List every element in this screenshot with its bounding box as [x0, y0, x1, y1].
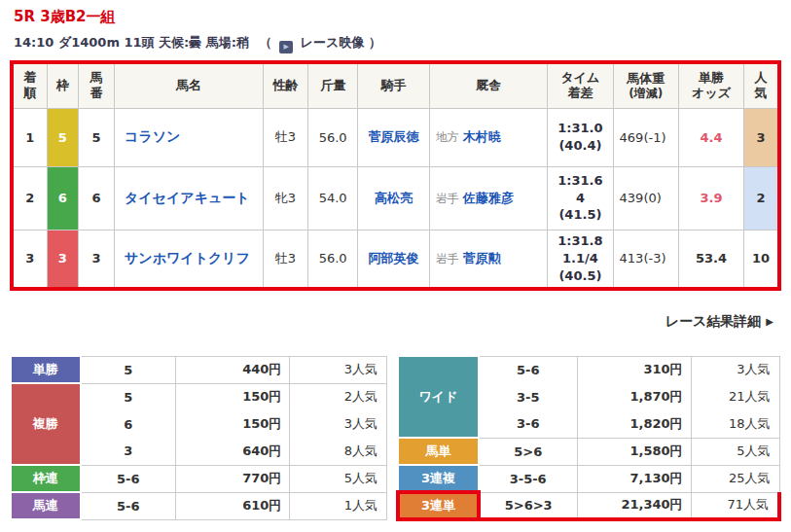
payout-type-exacta: 馬単: [398, 438, 479, 465]
payout-type-win: 単勝: [11, 356, 81, 383]
payout-amount: 610円: [175, 492, 290, 519]
race-video-link[interactable]: レース映像: [301, 35, 365, 50]
popularity: 2: [744, 166, 779, 230]
race-results-table: 着順 枠 馬番 馬名 性齢 斤量 騎手 厩舎 タイム着差 馬体重(増減) 単勝オ…: [10, 60, 781, 291]
payout-amount: 1,820円: [577, 410, 691, 438]
payout-popularity: 5人気: [290, 465, 387, 492]
col-horse-name: 馬名: [115, 62, 264, 108]
popularity: 10: [744, 230, 779, 289]
payout-amount: 640円: [175, 438, 290, 465]
payout-row-trifecta-highlighted: 3連単 5>6>3 21,340円 71人気: [398, 492, 779, 519]
col-popularity: 人気: [744, 62, 779, 108]
jockey-cell: 高松亮: [358, 166, 429, 230]
payout-combination: 5-6: [81, 492, 176, 519]
trainer-link[interactable]: 菅原勲: [463, 251, 501, 266]
horse-name-cell: タイセイアキュート: [115, 166, 264, 230]
jockey-cell: 阿部英俊: [358, 230, 429, 289]
chevron-right-icon: ▶: [766, 316, 773, 327]
payout-amount: 440円: [175, 356, 290, 383]
horse-name-link[interactable]: タイセイアキュート: [125, 190, 250, 205]
col-stable: 厩舎: [429, 62, 548, 108]
horse-weight: 469(-1): [613, 108, 678, 166]
sex-age: 牡3: [263, 230, 307, 289]
payout-row: 単勝 5 440円 3人気: [11, 356, 387, 383]
payout-table-right: ワイド 5-6 310円 3人気 3-5 1,870円 21人気 3-6 1,8…: [396, 355, 781, 521]
payout-amount: 150円: [175, 383, 290, 410]
result-row-2: 2 6 6 タイセイアキュート 牝3 54.0 高松亮 岩手佐藤雅彦 1:31.…: [12, 166, 779, 230]
payout-amount: 770円: [175, 465, 290, 492]
time-margin-cell: 1:31.0(40.4): [548, 108, 613, 166]
trainer-link[interactable]: 木村暁: [463, 129, 501, 144]
col-horse-weight: 馬体重(増減): [613, 62, 678, 108]
page-title: 5R 3歳B2一組: [14, 8, 116, 26]
horse-number: 5: [78, 108, 114, 166]
col-win-odds: 単勝オッズ: [678, 62, 743, 108]
payout-combination: 5: [81, 383, 176, 410]
payout-type-wide: ワイド: [398, 356, 479, 438]
jockey-link[interactable]: 菅原辰徳: [368, 129, 418, 144]
stable-cell: 岩手菅原勲: [429, 230, 548, 289]
horse-name-link[interactable]: コラソン: [125, 128, 180, 144]
horse-weight: 413(-3): [613, 230, 678, 289]
carried-weight: 54.0: [308, 166, 358, 230]
payout-popularity: 2人気: [290, 383, 387, 410]
result-row-3: 3 3 3 サンホワイトクリフ 牡3 56.0 阿部英俊 岩手菅原勲 1:31.…: [12, 230, 779, 289]
bracket-number: 6: [47, 166, 78, 230]
stable-region: 岩手: [436, 252, 459, 266]
play-video-icon[interactable]: ▶: [279, 41, 293, 53]
horse-name-cell: コラソン: [115, 108, 264, 166]
finish-position: 2: [12, 166, 47, 230]
time-margin-cell: 1:31.64(41.5): [548, 166, 613, 230]
payout-amount: 310円: [577, 356, 691, 383]
paren-open: （: [260, 35, 272, 50]
payout-popularity: 3人気: [290, 356, 387, 383]
horse-weight: 439(0): [613, 166, 678, 230]
payout-type-trifecta: 3連単: [398, 492, 479, 519]
col-bracket: 枠: [47, 62, 78, 108]
payout-row: ワイド 5-6 310円 3人気: [398, 356, 779, 383]
finish-position: 1: [12, 108, 47, 166]
payout-popularity: 8人気: [290, 438, 387, 465]
payout-type-quinella: 馬連: [11, 492, 81, 519]
payout-combination: 5-6: [81, 465, 176, 492]
payout-row: 枠連 5-6 770円 5人気: [11, 465, 387, 492]
col-carried-weight: 斤量: [308, 62, 358, 108]
trainer-link[interactable]: 佐藤雅彦: [463, 191, 514, 205]
payout-row: 3連複 3-5-6 7,130円 25人気: [398, 465, 779, 492]
finish-position: 3: [12, 230, 47, 289]
payout-popularity: 5人気: [691, 438, 779, 465]
payout-amount: 21,340円: [577, 492, 691, 519]
popularity: 3: [744, 108, 779, 166]
race-conditions: 14:10 ダ1400m 11頭 天候:曇 馬場:稍: [14, 35, 249, 50]
payout-row: 馬単 5>6 1,580円 5人気: [398, 438, 779, 465]
payout-row: 複勝 5 150円 2人気: [11, 383, 387, 410]
win-odds: 3.9: [678, 166, 743, 230]
jockey-link[interactable]: 阿部英俊: [368, 251, 418, 266]
sex-age: 牝3: [263, 166, 307, 230]
payout-type-bracket-quinella: 枠連: [11, 465, 81, 492]
time-margin-cell: 1:31.81.1/4(40.5): [548, 230, 613, 289]
stable-region: 地方: [436, 130, 459, 144]
sex-age: 牡3: [263, 108, 307, 166]
payout-amount: 150円: [175, 410, 290, 438]
payout-combination: 5-6: [479, 356, 577, 383]
horse-name-link[interactable]: サンホワイトクリフ: [125, 250, 250, 266]
race-detail-link[interactable]: レース結果詳細▶: [665, 313, 773, 331]
payout-popularity: 3人気: [691, 356, 779, 383]
results-header-row: 着順 枠 馬番 馬名 性齢 斤量 騎手 厩舎 タイム着差 馬体重(増減) 単勝オ…: [12, 62, 779, 108]
jockey-link[interactable]: 高松亮: [375, 191, 413, 205]
horse-number: 3: [78, 230, 114, 289]
horse-number: 6: [78, 166, 114, 230]
payout-popularity: 18人気: [691, 410, 779, 438]
result-row-1: 1 5 5 コラソン 牡3 56.0 菅原辰徳 地方木村暁 1:31.0(40.…: [12, 108, 779, 166]
win-odds: 53.4: [678, 230, 743, 289]
payout-combination: 3-6: [479, 410, 577, 438]
payout-popularity: 21人気: [691, 383, 779, 410]
payout-amount: 1,580円: [577, 438, 691, 465]
payout-popularity: 1人気: [290, 492, 387, 519]
payout-popularity: 25人気: [691, 465, 779, 492]
payout-popularity: 3人気: [290, 410, 387, 438]
carried-weight: 56.0: [308, 230, 358, 289]
payout-combination: 6: [81, 410, 176, 438]
payout-amount: 1,870円: [577, 383, 691, 410]
